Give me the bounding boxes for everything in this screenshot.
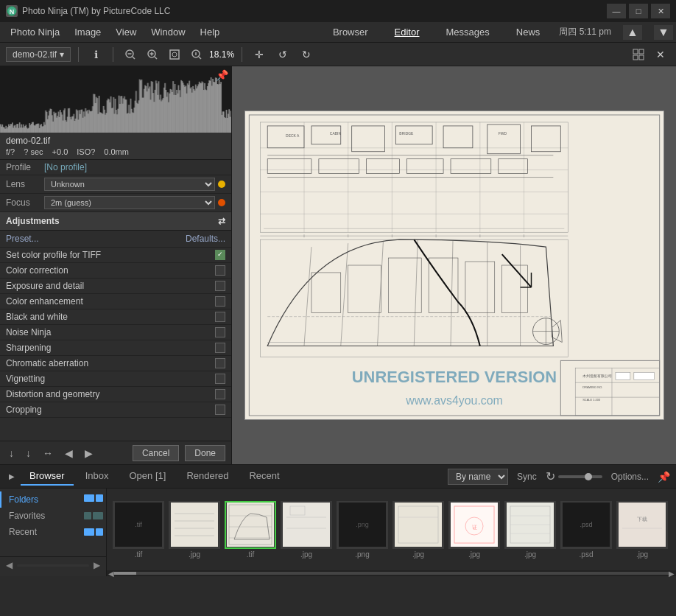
browser-scrollbar[interactable]: ◀ ▶ (107, 570, 676, 576)
browser-play-button[interactable]: ▶ (6, 471, 18, 482)
prev-button[interactable]: ◀ (62, 446, 76, 461)
thumbnail-image (281, 501, 332, 549)
list-item[interactable]: .png.png (337, 501, 388, 559)
svg-rect-9 (170, 50, 179, 59)
thumbnail-image: .png (337, 501, 388, 549)
adj-item: Exposure and detail (0, 279, 231, 294)
list-item[interactable]: .psd.psd (560, 501, 612, 559)
svg-text:DRAWING NO.: DRAWING NO. (582, 385, 602, 389)
list-item[interactable]: .jpg (169, 501, 220, 559)
adjustments-header[interactable]: Adjustments ⇄ (0, 212, 231, 231)
scroll-right-button[interactable]: ▶ (669, 570, 675, 578)
toolbar-separator-1 (78, 47, 79, 62)
editor-area: UNREGISTERED VERSION www.avs4you.com DEC… (232, 66, 676, 464)
close-view-button[interactable]: ✕ (651, 46, 670, 63)
folder-item-favorites[interactable]: Favorites (0, 508, 106, 524)
maximize-button[interactable]: □ (629, 4, 648, 18)
list-item[interactable]: 下载.jpg (616, 501, 668, 559)
tab-recent[interactable]: Recent (240, 467, 288, 486)
recent-label: Recent (9, 527, 37, 537)
adj-checkbox[interactable] (215, 265, 225, 276)
pin-icon[interactable]: 📌 (216, 69, 228, 81)
close-button[interactable]: ✕ (651, 4, 670, 18)
adj-item-label: Color enhancement (6, 296, 212, 307)
menu-editor[interactable]: Editor (387, 24, 427, 41)
list-item[interactable]: .jpg (504, 501, 556, 559)
datetime: 周四 5:11 pm (559, 26, 611, 38)
adj-checkbox[interactable] (215, 281, 225, 291)
export-all-button[interactable]: ↓ (23, 446, 34, 461)
size-slider[interactable] (558, 475, 602, 478)
adjustments-list: Set color profile for TIFFColor correcti… (0, 248, 231, 441)
folder-prev-button[interactable]: ◀ (3, 559, 15, 572)
folder-item-recent[interactable]: Recent (0, 524, 106, 540)
list-item[interactable]: .jpg (392, 501, 444, 559)
info-button[interactable]: ℹ (86, 46, 105, 63)
list-item[interactable]: .jpg (281, 501, 332, 559)
zoom-controls: 18.1% (121, 46, 234, 63)
zoom-100-button[interactable] (187, 46, 206, 63)
lens-label: Lens (6, 179, 44, 189)
done-button[interactable]: Done (185, 445, 225, 461)
sync-button[interactable]: Sync (511, 470, 543, 483)
menu-view[interactable]: View (108, 24, 144, 41)
dropdown-arrow-icon: ▾ (60, 49, 64, 60)
tab-open[interactable]: Open [1] (121, 467, 175, 486)
tab-inbox[interactable]: Inbox (77, 467, 118, 486)
minimize-button[interactable]: — (607, 4, 626, 18)
svg-rect-106 (395, 503, 442, 547)
adj-checkbox[interactable] (215, 296, 225, 307)
adj-checkbox[interactable] (215, 358, 225, 368)
crosshair-button[interactable]: ✛ (250, 46, 269, 63)
zoom-in-button[interactable] (143, 46, 162, 63)
folder-item-folders[interactable]: Folders (0, 491, 106, 508)
rotate-left-button[interactable]: ↺ (273, 46, 292, 63)
profile-row: Profile [No profile] (0, 160, 231, 175)
menu-messages[interactable]: Messages (439, 24, 497, 41)
zoom-fit-button[interactable] (165, 46, 184, 63)
adj-item-label: Cropping (6, 405, 212, 415)
focus-select[interactable]: 2m (guess) (44, 196, 215, 209)
profile-value: [No profile] (44, 162, 225, 172)
menu-photo-ninja[interactable]: Photo Ninja (3, 24, 67, 41)
menu-browser[interactable]: Browser (325, 24, 376, 41)
expand-btn[interactable]: ▼ (654, 25, 673, 40)
app-icon: N (6, 5, 18, 17)
tab-rendered[interactable]: Rendered (177, 467, 237, 486)
lens-select[interactable]: Unknown (44, 178, 215, 191)
browser-pin-icon[interactable]: 📌 (658, 471, 670, 483)
adj-checkbox[interactable] (215, 327, 225, 337)
tab-browser[interactable]: Browser (21, 467, 74, 486)
menu-news[interactable]: News (509, 24, 548, 41)
list-item[interactable]: 证.jpg (448, 501, 500, 559)
export-down-button[interactable]: ↓ (6, 446, 17, 461)
scrollbar-thumb[interactable] (114, 572, 136, 575)
list-item[interactable]: .tif (225, 501, 276, 559)
sync-button[interactable]: ↔ (40, 446, 56, 461)
cancel-button[interactable]: Cancel (133, 445, 179, 461)
refresh-icon[interactable]: ↻ (546, 469, 555, 483)
zoom-out-button[interactable] (121, 46, 140, 63)
sort-select[interactable]: By name By date (448, 469, 508, 485)
adj-checkbox[interactable] (215, 343, 225, 353)
preset-button[interactable]: Preset... (6, 234, 39, 244)
options-button[interactable]: Options... (605, 470, 655, 483)
file-selector[interactable]: demo-02.tif ▾ (6, 47, 71, 62)
menu-image[interactable]: Image (67, 24, 108, 41)
menu-help[interactable]: Help (193, 24, 228, 41)
folder-next-button[interactable]: ▶ (91, 559, 103, 572)
adj-checkbox[interactable] (215, 374, 225, 384)
list-item[interactable]: .tif.tif (113, 501, 164, 559)
adj-checkbox[interactable] (215, 312, 225, 322)
menu-window[interactable]: Window (144, 24, 192, 41)
scroll-left-button[interactable]: ◀ (108, 570, 114, 578)
grid-view-button[interactable] (629, 46, 648, 63)
adj-checkbox[interactable] (215, 389, 225, 399)
adj-checkbox[interactable] (215, 250, 225, 260)
rotate-right-button[interactable]: ↻ (297, 46, 316, 63)
thumbnail-label: .psd (580, 550, 594, 559)
adj-checkbox[interactable] (215, 405, 225, 415)
collapse-btn[interactable]: ▲ (623, 25, 642, 40)
defaults-button[interactable]: Defaults... (186, 234, 225, 244)
next-button[interactable]: ▶ (82, 446, 96, 461)
